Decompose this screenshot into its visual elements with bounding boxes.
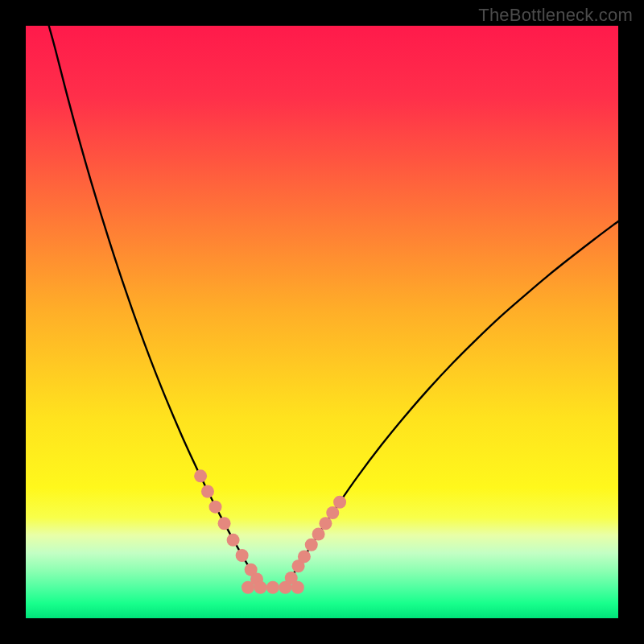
marker-dot bbox=[242, 581, 254, 594]
marker-dot bbox=[194, 469, 207, 482]
marker-dot bbox=[227, 534, 240, 547]
marker-dot bbox=[326, 506, 339, 519]
marker-dot bbox=[285, 572, 298, 584]
marker-dot bbox=[312, 527, 325, 540]
marker-dot bbox=[319, 517, 332, 530]
marker-dot bbox=[209, 501, 222, 514]
plot-area bbox=[26, 26, 618, 618]
marker-dot bbox=[218, 517, 231, 530]
chart-stage: TheBottleneck.com bbox=[0, 0, 644, 644]
marker-dot bbox=[254, 581, 266, 594]
marker-dot bbox=[298, 550, 311, 563]
watermark-text: TheBottleneck.com bbox=[478, 5, 633, 26]
marker-dot bbox=[305, 539, 318, 551]
chart-svg bbox=[26, 26, 618, 618]
marker-dot bbox=[236, 549, 249, 562]
marker-dot bbox=[201, 485, 214, 498]
marker-dot bbox=[333, 496, 346, 509]
marker-dot bbox=[266, 581, 279, 594]
